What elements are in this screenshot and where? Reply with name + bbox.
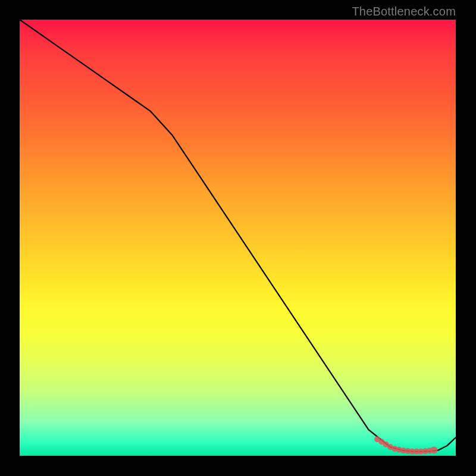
bottleneck-curve <box>20 20 456 452</box>
chart-frame: TheBottleneck.com <box>0 0 476 476</box>
marker-dot <box>430 446 437 453</box>
watermark-text: TheBottleneck.com <box>352 5 456 18</box>
highlight-markers <box>374 436 437 455</box>
chart-overlay <box>20 20 456 456</box>
